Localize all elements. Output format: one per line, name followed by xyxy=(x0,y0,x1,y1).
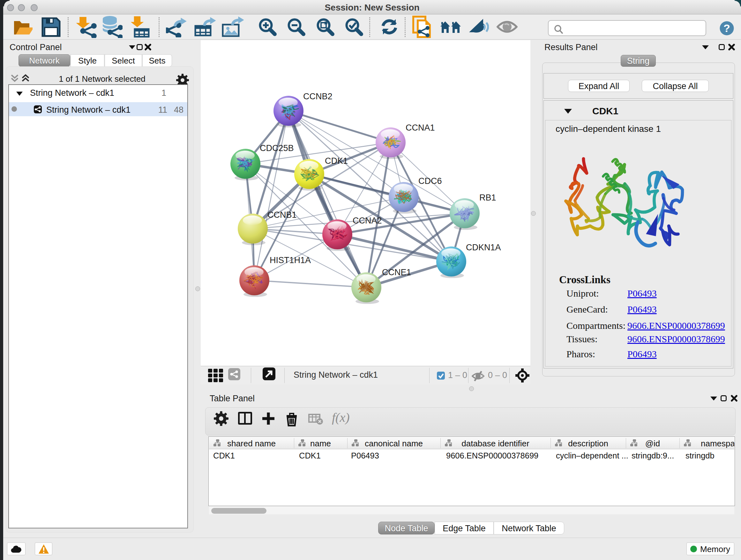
svg-text:?: ? xyxy=(724,22,730,34)
